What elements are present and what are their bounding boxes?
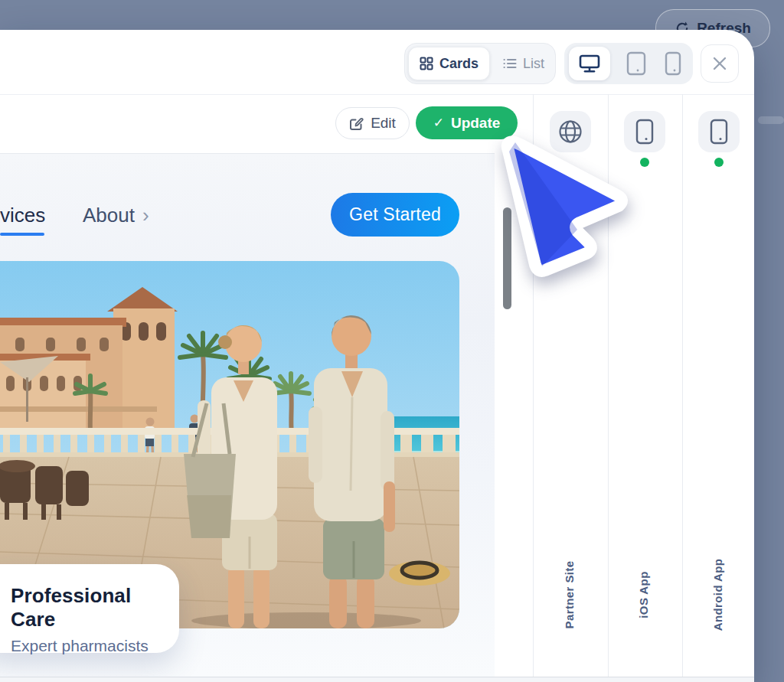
close-button[interactable]	[701, 44, 739, 83]
monitor-icon	[579, 54, 600, 73]
device-tablet-button[interactable]	[616, 47, 657, 80]
partner-site-label: Partner Site	[563, 534, 578, 656]
list-label: List	[523, 56, 544, 72]
device-phone-button[interactable]	[652, 47, 694, 80]
android-app-tile[interactable]	[698, 111, 740, 152]
smartphone-icon	[710, 119, 728, 145]
ios-app-label: iOS App	[637, 534, 652, 656]
get-started-button[interactable]: Get Started	[331, 193, 459, 237]
get-started-label: Get Started	[349, 204, 441, 225]
edit-button[interactable]: Edit	[335, 107, 410, 139]
cursor-pointer-graphic	[481, 113, 665, 297]
nav-item-services[interactable]: vices	[0, 204, 45, 227]
feature-card-subtitle: Expert pharmacists	[11, 637, 179, 655]
header-divider	[0, 94, 754, 95]
list-icon	[503, 57, 517, 70]
feature-card-title: Professional Care	[11, 584, 179, 631]
column-divider	[682, 94, 683, 677]
view-toggle-cards[interactable]: Cards	[408, 47, 490, 80]
panel-bottom-edge	[0, 677, 754, 682]
edit-icon	[349, 116, 364, 131]
edit-label: Edit	[371, 115, 396, 132]
screen: Refresh Cards List	[0, 0, 784, 682]
phone-icon	[665, 51, 681, 76]
backdrop-card-edge	[758, 116, 784, 124]
about-label: About	[83, 204, 135, 227]
check-icon: ✓	[433, 115, 444, 131]
android-app-label: Android App	[711, 534, 727, 656]
feature-card: Professional Care Expert pharmacists	[0, 564, 179, 653]
cards-label: Cards	[439, 56, 479, 72]
chevron-right-icon: ›	[142, 205, 149, 225]
tablet-icon	[626, 51, 646, 76]
view-toggle-list[interactable]: List	[495, 47, 553, 80]
android-status-dot	[714, 158, 724, 167]
nav-active-underline	[0, 233, 44, 236]
nav-item-about[interactable]: About ›	[83, 204, 149, 227]
device-desktop-button[interactable]	[569, 47, 610, 80]
close-icon	[711, 55, 728, 72]
grid-icon	[420, 57, 433, 70]
